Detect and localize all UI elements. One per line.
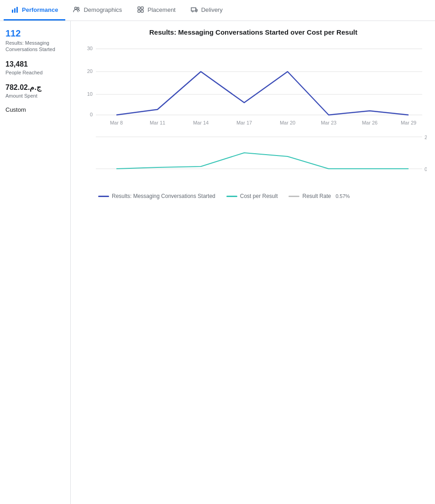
chart-icon bbox=[11, 5, 19, 14]
metric-reach: 13,481 People Reached bbox=[5, 60, 65, 76]
svg-text:Mar 11: Mar 11 bbox=[150, 120, 165, 125]
svg-rect-6 bbox=[141, 7, 143, 9]
svg-text:Mar 17: Mar 17 bbox=[236, 120, 252, 125]
metric-results-label: Results: Messaging Conversations Started bbox=[5, 40, 65, 53]
svg-point-10 bbox=[195, 11, 197, 12]
svg-rect-8 bbox=[141, 10, 143, 12]
svg-rect-1 bbox=[14, 8, 16, 13]
tab-demographics-label: Demographics bbox=[84, 6, 122, 13]
svg-text:30: 30 bbox=[87, 46, 93, 51]
metric-spend-label: Amount Spent bbox=[5, 93, 65, 99]
svg-text:ج.م.0: ج.م.0 bbox=[425, 166, 427, 172]
custom-section-label: Custom bbox=[5, 106, 65, 113]
placement-icon bbox=[136, 5, 145, 14]
legend-rate: Result Rate 0.57% bbox=[288, 193, 350, 199]
metric-results: 112 Results: Messaging Conversations Sta… bbox=[5, 28, 65, 53]
main-content: 112 Results: Messaging Conversations Sta… bbox=[0, 21, 435, 504]
tab-placement[interactable]: Placement bbox=[129, 0, 183, 21]
legend-cost: Cost per Result bbox=[226, 193, 278, 199]
svg-point-4 bbox=[77, 7, 79, 9]
metric-reach-value: 13,481 bbox=[5, 60, 65, 68]
svg-point-3 bbox=[75, 7, 77, 10]
legend-rate-value: 0.57% bbox=[335, 193, 350, 199]
svg-text:Mar 23: Mar 23 bbox=[321, 120, 336, 125]
tab-delivery[interactable]: Delivery bbox=[183, 0, 230, 21]
chart-svg-wrapper: 30 20 10 0 Mar 8 Mar 11 Mar 14 Mar 17 Ma… bbox=[80, 43, 427, 189]
metrics-sidebar: 112 Results: Messaging Conversations Sta… bbox=[0, 21, 71, 504]
metric-spend-value: ج.م.782.02 bbox=[5, 83, 65, 92]
tab-performance-label: Performance bbox=[22, 6, 58, 13]
chart-container: Results: Messaging Conversations Started… bbox=[71, 21, 435, 504]
tab-demographics[interactable]: Demographics bbox=[65, 0, 129, 21]
metric-reach-label: People Reached bbox=[5, 69, 65, 76]
chart-legend: Results: Messaging Conversations Started… bbox=[80, 193, 427, 199]
performance-chart: 30 20 10 0 Mar 8 Mar 11 Mar 14 Mar 17 Ma… bbox=[80, 43, 427, 189]
metric-results-value: 112 bbox=[5, 28, 65, 39]
svg-text:Mar 8: Mar 8 bbox=[110, 120, 123, 125]
legend-results-line bbox=[98, 196, 109, 197]
people-icon bbox=[73, 5, 81, 14]
svg-rect-2 bbox=[16, 7, 18, 13]
chart-title: Results: Messaging Conversations Started… bbox=[80, 28, 427, 36]
svg-text:0: 0 bbox=[90, 112, 93, 117]
tab-placement-label: Placement bbox=[147, 6, 175, 13]
svg-rect-0 bbox=[12, 10, 13, 13]
tab-delivery-label: Delivery bbox=[201, 6, 223, 13]
legend-results-label: Results: Messaging Conversations Started bbox=[112, 193, 215, 199]
metric-spend: ج.م.782.02 Amount Spent bbox=[5, 83, 65, 99]
svg-text:10: 10 bbox=[87, 91, 93, 97]
svg-rect-7 bbox=[138, 10, 140, 12]
svg-text:ج.م.20: ج.م.20 bbox=[425, 135, 427, 140]
legend-cost-label: Cost per Result bbox=[240, 193, 278, 199]
svg-point-9 bbox=[192, 11, 193, 12]
svg-text:20: 20 bbox=[87, 68, 93, 74]
svg-text:Mar 29: Mar 29 bbox=[401, 120, 416, 125]
legend-rate-line bbox=[288, 196, 299, 197]
svg-text:Mar 26: Mar 26 bbox=[362, 120, 377, 125]
svg-text:Mar 14: Mar 14 bbox=[193, 120, 209, 125]
svg-text:Mar 20: Mar 20 bbox=[280, 120, 295, 125]
top-navigation: Performance Demographics Placement Deliv… bbox=[0, 0, 435, 21]
legend-rate-label: Result Rate bbox=[302, 193, 331, 199]
tab-performance[interactable]: Performance bbox=[4, 0, 65, 21]
legend-results: Results: Messaging Conversations Started bbox=[98, 193, 215, 199]
svg-rect-5 bbox=[138, 7, 140, 9]
legend-cost-line bbox=[226, 196, 237, 197]
delivery-icon bbox=[190, 5, 199, 14]
